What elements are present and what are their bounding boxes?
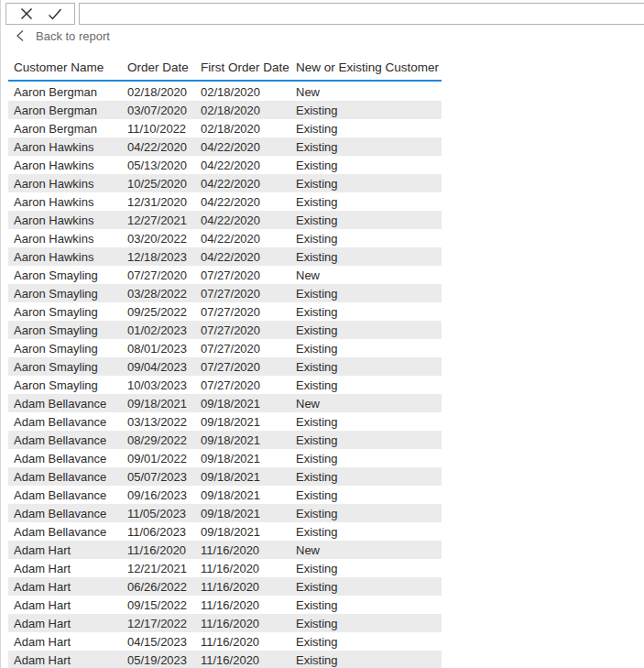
- x-icon: [20, 7, 33, 20]
- table-cell: Existing: [296, 452, 442, 465]
- column-header-customer-name[interactable]: Customer Name: [14, 60, 127, 74]
- table-cell: Existing: [296, 360, 442, 374]
- table-row[interactable]: Adam Bellavance09/18/202109/18/2021New: [8, 394, 442, 412]
- table-cell: 04/22/2020: [201, 159, 296, 172]
- table-cell: 09/16/2023: [127, 488, 201, 502]
- dax-token: ): [435, 22, 442, 25]
- column-header-first-order-date[interactable]: First Order Date: [201, 60, 296, 74]
- table-cell: 07/27/2020: [127, 268, 201, 282]
- table-row[interactable]: Adam Bellavance11/05/202309/18/2021Exist…: [8, 504, 442, 522]
- table-cell: Adam Bellavance: [14, 397, 127, 411]
- cancel-formula-button[interactable]: [16, 5, 37, 23]
- table-cell: Adam Hart: [14, 562, 127, 575]
- table-row[interactable]: Adam Bellavance11/06/202309/18/2021Exist…: [8, 522, 442, 541]
- table-row[interactable]: Adam Hart06/26/202211/16/2020Existing: [8, 577, 442, 596]
- data-view-pane: 1New or Existing Customer = IF(SUM(Order…: [0, 0, 644, 668]
- table-cell: Adam Hart: [14, 617, 127, 630]
- table-cell: 04/22/2020: [201, 140, 296, 154]
- table-cell: Aaron Bergman: [14, 104, 127, 117]
- table-cell: Existing: [296, 122, 442, 136]
- table-row[interactable]: Aaron Smayling01/02/202307/27/2020Existi…: [8, 321, 442, 339]
- table-row[interactable]: Aaron Bergman11/10/202202/18/2020Existin…: [8, 119, 442, 137]
- table-cell: 11/16/2020: [201, 617, 296, 630]
- table-cell: Adam Bellavance: [14, 488, 127, 502]
- table-cell: Existing: [296, 415, 442, 429]
- table-cell: Adam Bellavance: [14, 415, 127, 429]
- table-row[interactable]: Adam Bellavance03/13/202209/18/2021Exist…: [8, 412, 442, 431]
- table-cell: Aaron Hawkins: [14, 159, 127, 172]
- table-row[interactable]: Adam Bellavance09/01/202209/18/2021Exist…: [8, 449, 442, 467]
- table-cell: 09/01/2022: [127, 452, 201, 465]
- table-cell: Existing: [296, 159, 442, 172]
- table-cell: 03/20/2022: [127, 232, 201, 246]
- table-cell: 09/25/2022: [127, 305, 201, 319]
- table-cell: 09/18/2021: [201, 452, 296, 465]
- table-row[interactable]: Adam Bellavance05/07/202309/18/2021Exist…: [8, 467, 442, 486]
- table-cell: 09/18/2021: [201, 433, 296, 447]
- table-cell: 09/18/2021: [201, 397, 296, 411]
- back-to-report-label: Back to report: [36, 29, 110, 43]
- table-cell: 04/22/2020: [201, 177, 296, 191]
- table-cell: 11/16/2020: [201, 562, 296, 575]
- table-row[interactable]: Adam Hart12/17/202211/16/2020Existing: [8, 614, 442, 632]
- table-row[interactable]: Aaron Hawkins04/22/202004/22/2020Existin…: [8, 137, 442, 156]
- table-cell: 02/18/2020: [127, 85, 201, 99]
- table-row[interactable]: Aaron Smayling07/27/202007/27/2020New: [8, 266, 442, 284]
- table-cell: Existing: [296, 525, 442, 539]
- table-row[interactable]: Aaron Hawkins12/27/202104/22/2020Existin…: [8, 211, 442, 229]
- table-cell: 04/22/2020: [201, 250, 296, 264]
- table-row[interactable]: Adam Bellavance08/29/202209/18/2021Exist…: [8, 431, 442, 449]
- table-row[interactable]: Aaron Smayling09/04/202307/27/2020Existi…: [8, 357, 442, 376]
- table-cell: Aaron Smayling: [14, 305, 127, 319]
- table-row[interactable]: Aaron Hawkins12/18/202304/22/2020Existin…: [8, 247, 442, 266]
- commit-formula-button[interactable]: [45, 5, 65, 23]
- table-cell: Adam Bellavance: [14, 507, 127, 520]
- table-row[interactable]: Adam Hart12/21/202111/16/2020Existing: [8, 559, 442, 577]
- table-cell: 05/13/2020: [127, 159, 201, 172]
- table-cell: 11/16/2020: [201, 635, 296, 649]
- column-header-order-date[interactable]: Order Date: [127, 60, 201, 74]
- table-cell: 11/16/2020: [201, 543, 296, 557]
- dax-token: Orders[Order Date]: [326, 22, 435, 25]
- table-cell: 03/07/2020: [127, 104, 201, 117]
- table-row[interactable]: Aaron Smayling10/03/202307/27/2020Existi…: [8, 376, 442, 394]
- table-cell: 04/22/2020: [201, 195, 296, 209]
- table-cell: 11/16/2020: [201, 598, 296, 612]
- table-cell: Adam Bellavance: [14, 433, 127, 447]
- table-row[interactable]: Aaron Hawkins03/20/202204/22/2020Existin…: [8, 229, 442, 247]
- dax-formula-input[interactable]: 1New or Existing Customer = IF(SUM(Order…: [79, 3, 644, 25]
- table-row[interactable]: Adam Hart09/15/202211/16/2020Existing: [8, 596, 442, 614]
- table-cell: Aaron Bergman: [14, 85, 127, 99]
- table-cell: Adam Bellavance: [14, 452, 127, 465]
- table-cell: Aaron Hawkins: [14, 250, 127, 264]
- table-cell: 05/19/2023: [127, 653, 201, 667]
- table-cell: Existing: [296, 342, 442, 356]
- table-row[interactable]: Aaron Smayling09/25/202207/27/2020Existi…: [8, 302, 442, 321]
- table-row[interactable]: Aaron Bergman02/18/202002/18/2020New: [8, 82, 442, 101]
- back-to-report-link[interactable]: Back to report: [16, 27, 110, 44]
- table-cell: 12/27/2021: [127, 214, 201, 227]
- table-cell: 11/16/2020: [127, 543, 201, 557]
- table-cell: Existing: [296, 433, 442, 447]
- column-header-new-or-existing-customer[interactable]: New or Existing Customer: [296, 60, 442, 74]
- table-cell: 04/22/2020: [201, 214, 296, 227]
- table-cell: Aaron Smayling: [14, 268, 127, 282]
- table-row[interactable]: Aaron Hawkins05/13/202004/22/2020Existin…: [8, 156, 442, 174]
- table-row[interactable]: Adam Hart11/16/202011/16/2020New: [8, 541, 442, 559]
- table-cell: Aaron Hawkins: [14, 214, 127, 227]
- table-cell: New: [296, 543, 442, 557]
- table-row[interactable]: Aaron Hawkins10/25/202004/22/2020Existin…: [8, 174, 442, 192]
- table-row[interactable]: Aaron Smayling08/01/202307/27/2020Existi…: [8, 339, 442, 357]
- table-cell: Aaron Smayling: [14, 342, 127, 356]
- table-row[interactable]: Adam Hart05/19/202311/16/2020Existing: [8, 651, 442, 668]
- dax-formula-text: New or Existing Customer = IF(SUM(Orders…: [120, 22, 644, 25]
- table-row[interactable]: Adam Hart04/15/202311/16/2020Existing: [8, 632, 442, 651]
- table-row[interactable]: Aaron Smayling03/28/202207/27/2020Existi…: [8, 284, 442, 302]
- table-cell: 09/18/2021: [201, 488, 296, 502]
- table-row[interactable]: Aaron Bergman03/07/202002/18/2020Existin…: [8, 101, 442, 119]
- table-cell: 07/27/2020: [201, 342, 296, 356]
- table-row[interactable]: Aaron Hawkins12/31/202004/22/2020Existin…: [8, 192, 442, 211]
- table-header-row: Customer NameOrder DateFirst Order DateN…: [8, 55, 442, 80]
- table-cell: 07/27/2020: [201, 305, 296, 319]
- table-row[interactable]: Adam Bellavance09/16/202309/18/2021Exist…: [8, 486, 442, 504]
